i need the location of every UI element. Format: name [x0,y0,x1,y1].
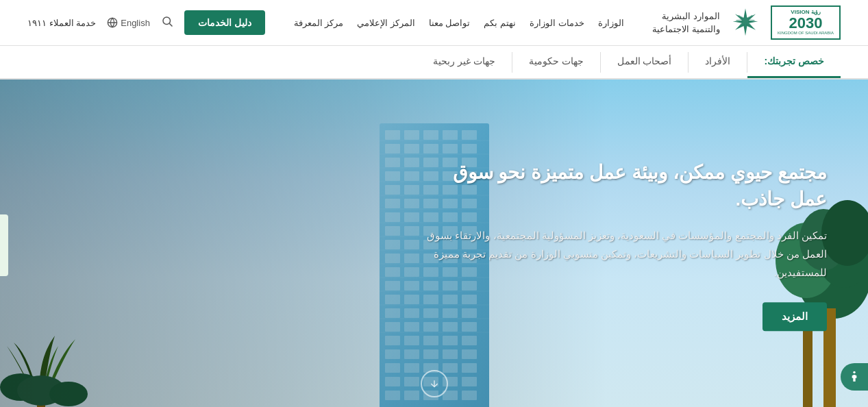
header: VISION رؤية 2030 KINGDOM OF SAUDI ARABIA… [0,0,868,46]
svg-point-2 [163,17,171,25]
ministry-star-logo [728,5,762,40]
sub-nav: خصص تجربتك: الأفراد أصحاب العمل جهات حكو… [0,46,868,79]
nav-item-contact[interactable]: تواصل معنا [429,18,471,28]
hero-subtitle: تمكين الفرد والمجتمع والمؤسسات في السعود… [416,227,827,282]
hero-content: مجتمع حيوي ممكن، وبيئة عمل متميزة نحو سو… [416,159,827,331]
nav-item-services[interactable]: خدمات الوزارة [530,18,584,28]
vision-country: KINGDOM OF SAUDI ARABIA [778,31,834,36]
language-switcher[interactable]: English [107,17,150,28]
phone-number: خدمة العملاء ١٩١١ [27,18,96,28]
search-button[interactable] [161,15,173,31]
scroll-indicator[interactable] [421,370,448,397]
lang-label: English [121,18,150,28]
subnav-divider-3 [600,52,601,73]
hero-title: مجتمع حيوي ممكن، وبيئة عمل متميزة نحو سو… [416,159,827,212]
header-actions: دليل الخدمات English خدمة العملاء ١٩١١ [27,10,265,35]
hero-cta-button[interactable]: المزيد [762,303,827,332]
subnav-divider-4 [512,52,512,73]
svg-point-132 [853,371,855,373]
vision-logo: VISION رؤية 2030 KINGDOM OF SAUDI ARABIA [771,5,841,39]
subnav-nonprofit[interactable]: جهات غير ربحية [417,46,512,78]
services-guide-button[interactable]: دليل الخدمات [184,10,265,35]
nav-item-knowledge[interactable]: مركز المعرفة [294,18,344,28]
accessibility-icon[interactable] [841,363,868,391]
logo-area: VISION رؤية 2030 KINGDOM OF SAUDI ARABIA… [652,5,841,40]
subnav-divider-2 [688,52,689,73]
subnav-individuals[interactable]: الأفراد [689,46,747,78]
ministry-name: الموارد البشرية والتنمية الاجتماعية [652,10,720,36]
accessibility-symbol [847,370,861,384]
arrow-down-icon [429,378,440,389]
nav-item-media[interactable]: المركز الإعلامي [357,18,415,28]
vision-year: 2030 [789,16,823,31]
top-bar: VISION رؤية 2030 KINGDOM OF SAUDI ARABIA… [0,0,868,45]
subnav-employers[interactable]: أصحاب العمل [601,46,689,78]
scroll-circle [421,370,448,397]
subnav-government[interactable]: جهات حكومية [512,46,600,78]
subnav-divider-1 [747,52,747,73]
nav-item-care[interactable]: نهتم بكم [484,18,516,28]
nav-item-ministry[interactable]: الوزارة [598,18,624,28]
subnav-personalize[interactable]: خصص تجربتك: [747,46,841,78]
main-nav: الوزارة خدمات الوزارة نهتم بكم تواصل معن… [294,16,624,29]
search-icon [161,15,173,27]
svg-line-3 [169,23,172,26]
side-accent-bar [0,214,8,276]
hero-section: // Will be rendered as inline rects [0,79,868,407]
globe-icon [107,17,118,28]
